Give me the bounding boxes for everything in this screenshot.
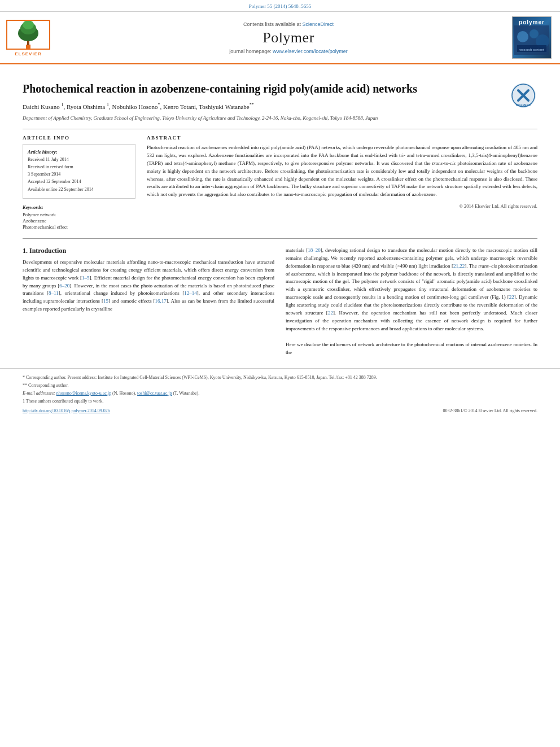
keyword-3: Photomechanical effect: [23, 224, 135, 230]
revised-label: Received in revised form: [28, 164, 130, 170]
introduction-section: 1. Introduction Developments of responsi…: [23, 247, 537, 357]
email-hosono[interactable]: nhosono@icems.kyoto-u.ac.jp: [56, 391, 111, 396]
ref-21-22[interactable]: 21,22: [453, 263, 465, 269]
revised-date: 3 September 2014: [28, 171, 130, 177]
footnote-star: * Corresponding author. Present address:…: [23, 374, 537, 381]
journal-homepage: journal homepage: www.elsevier.com/locat…: [229, 49, 348, 54]
keywords-label: Keywords:: [23, 204, 135, 210]
email-watanabe[interactable]: toshi@cc.tuat.ac.jp: [137, 391, 172, 396]
footnote-1: 1 These authors contributed equally to w…: [23, 398, 537, 404]
intro-col-right: materials [18–20], developing rational d…: [286, 247, 537, 357]
svg-rect-0: [26, 45, 30, 49]
main-content: Photochemical reaction in azobenzene-con…: [0, 64, 560, 368]
available-date: Available online 22 September 2014: [28, 186, 130, 193]
page-container: Polymer 55 (2014) 5648–5655 ELSEV: [0, 0, 560, 419]
ref-12-14[interactable]: 12–14: [184, 290, 197, 296]
article-title-text: Photochemical reaction in azobenzene-con…: [23, 82, 417, 95]
crossmark-badge[interactable]: CrossMark: [509, 81, 537, 110]
abstract-text: Photochemical reaction of azobenzenes em…: [147, 144, 537, 199]
ref-16-17[interactable]: 16,17: [155, 298, 167, 304]
ref-22c[interactable]: 22: [328, 310, 333, 316]
journal-header: ELSEVIER Contents lists available at Sci…: [0, 12, 560, 64]
copyright-text: © 2014 Elsevier Ltd. All rights reserved…: [147, 203, 537, 209]
ref-8-11[interactable]: 8–11: [49, 290, 59, 296]
elsevier-text: ELSEVIER: [15, 51, 42, 56]
header-left: ELSEVIER: [6, 16, 68, 59]
abstract-label: ABSTRACT: [147, 135, 537, 141]
crossmark-icon: CrossMark: [509, 81, 537, 110]
footer-bottom: http://dx.doi.org/10.1016/j.polymer.2014…: [23, 408, 537, 413]
ref-1-5[interactable]: 1–5: [82, 275, 90, 281]
article-info-col: ARTICLE INFO Article history: Received 1…: [23, 135, 135, 230]
keyword-1: Polymer network: [23, 212, 135, 217]
intro-col-left: 1. Introduction Developments of responsi…: [23, 247, 274, 357]
article-title-section: Photochemical reaction in azobenzene-con…: [23, 81, 537, 96]
footnote-double-star: ** Corresponding author.: [23, 382, 537, 388]
ref-15[interactable]: 15: [103, 298, 108, 304]
science-direct-info: Contents lists available at ScienceDirec…: [243, 21, 334, 27]
issn-text: 0032-3861/© 2014 Elsevier Ltd. All right…: [443, 408, 537, 413]
intro-text-left: Developments of responsive molecular mat…: [23, 259, 274, 314]
journal-info-bar: Polymer 55 (2014) 5648–5655: [0, 0, 560, 12]
header-right: polymer research content: [509, 16, 554, 59]
journal-citation: Polymer 55 (2014) 5648–5655: [249, 3, 312, 9]
keyword-2: Azobenzene: [23, 218, 135, 224]
doi-link[interactable]: http://dx.doi.org/10.1016/j.polymer.2014…: [23, 408, 110, 413]
science-direct-link[interactable]: ScienceDirect: [303, 21, 334, 27]
intro-heading: 1. Introduction: [23, 247, 274, 255]
elsevier-logo: ELSEVIER: [6, 19, 51, 56]
authors-line: Daichi Kusano 1, Ryota Ohshima 1, Nobuhi…: [23, 102, 537, 111]
received-date: Received 11 July 2014: [28, 156, 130, 163]
footer: * Corresponding author. Present address:…: [0, 368, 560, 419]
homepage-url[interactable]: www.elsevier.com/locate/polymer: [273, 49, 348, 54]
abstract-col: ABSTRACT Photochemical reaction of azobe…: [147, 135, 537, 230]
accepted-date: Accepted 12 September 2014: [28, 178, 130, 185]
svg-point-7: [517, 31, 528, 42]
ref-6-20[interactable]: 6–20: [59, 283, 69, 289]
ref-18-20[interactable]: 18–20: [308, 247, 321, 253]
journal-name: Polymer: [262, 29, 314, 46]
intro-text-right: materials [18–20], developing rational d…: [286, 247, 537, 357]
svg-text:CrossMark: CrossMark: [516, 103, 531, 107]
ref-22b[interactable]: 22: [509, 294, 514, 300]
article-info-abstract-section: ARTICLE INFO Article history: Received 1…: [23, 129, 537, 230]
backbones-text: backbones: [267, 184, 288, 189]
article-info-box: Article history: Received 11 July 2014 R…: [23, 144, 135, 199]
header-center: Contents lists available at ScienceDirec…: [73, 16, 504, 59]
polymer-cover-image: polymer research content: [512, 16, 552, 59]
email-addresses: E-mail addresses: nhosono@icems.kyoto-u.…: [23, 390, 537, 396]
keywords-section: Keywords: Polymer network Azobenzene Pho…: [23, 204, 135, 230]
article-info-label: ARTICLE INFO: [23, 135, 135, 141]
cover-decoration-icon: research content: [514, 25, 549, 55]
svg-point-4: [23, 20, 34, 29]
elsevier-tree-icon: [6, 19, 51, 50]
affiliation-text: Department of Applied Chemistry, Graduat…: [23, 115, 537, 122]
history-label: Article history:: [28, 149, 130, 155]
svg-text:research content: research content: [519, 48, 544, 51]
section-divider-1: [23, 238, 537, 239]
